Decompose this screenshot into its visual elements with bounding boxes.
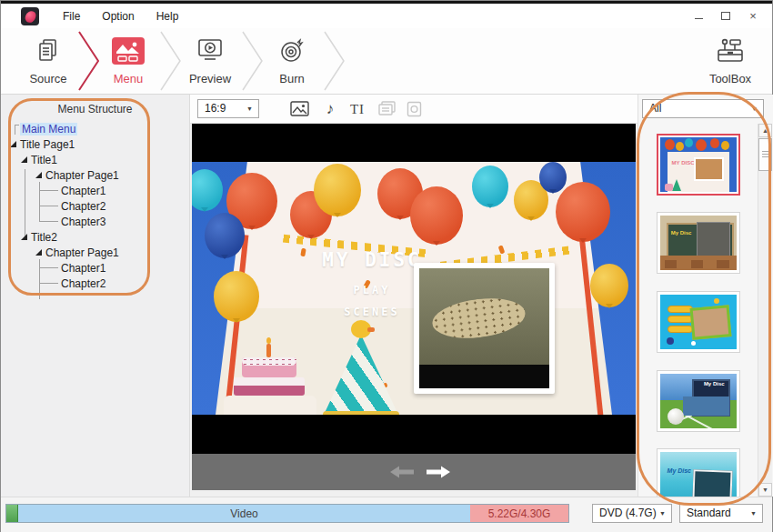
preview-nav-bar bbox=[192, 454, 636, 490]
balloon bbox=[590, 264, 628, 307]
balloon bbox=[472, 166, 508, 207]
source-icon bbox=[14, 35, 83, 66]
disc-capacity-bar: Video 5.22G/4.30G bbox=[5, 504, 569, 523]
balloon bbox=[556, 182, 610, 242]
step-source[interactable]: Source bbox=[14, 35, 83, 85]
tree-item-chapter2-b[interactable]: Chapter2 bbox=[1, 276, 189, 292]
template-kids[interactable] bbox=[657, 291, 740, 353]
template-thumbnail: My Disc bbox=[660, 452, 737, 497]
video-thumbnail bbox=[419, 268, 549, 388]
toolbox-icon bbox=[692, 35, 768, 66]
fish-image bbox=[430, 294, 527, 343]
balloon bbox=[192, 169, 223, 211]
template-birthday[interactable]: MY DISC bbox=[657, 134, 740, 196]
menu-option[interactable]: Option bbox=[91, 6, 145, 26]
tree-item-chapter2[interactable]: Chapter2 bbox=[1, 199, 189, 215]
step-burn[interactable]: Burn bbox=[257, 35, 326, 85]
menu-structure-title: Menu Structure bbox=[1, 95, 189, 115]
menu-step-icon bbox=[94, 35, 163, 66]
chevron-down-icon: ▼ bbox=[246, 99, 253, 116]
template-filter-dropdown[interactable]: All ▼ bbox=[642, 99, 764, 118]
template-baseball[interactable]: My Disc bbox=[657, 370, 740, 432]
expand-triangle-icon[interactable] bbox=[35, 249, 42, 256]
text-tool-icon[interactable]: TI bbox=[346, 100, 368, 118]
background-image-tool-icon[interactable] bbox=[288, 100, 310, 118]
next-page-arrow-icon[interactable] bbox=[427, 466, 450, 478]
video-letterbox bbox=[419, 365, 549, 388]
tree-item-chapter-page1[interactable]: Chapter Page1 bbox=[1, 168, 189, 184]
chevron-down-icon: ▼ bbox=[659, 504, 666, 521]
tree-item-title-page1[interactable]: Title Page1 bbox=[1, 137, 189, 153]
template-beach[interactable]: My Disc bbox=[657, 448, 740, 497]
balloon bbox=[539, 162, 567, 193]
background-music-tool-icon[interactable]: ♪ bbox=[319, 100, 341, 118]
chevron-down-icon: ▼ bbox=[750, 504, 757, 521]
templates-panel: All ▼ MY DISC My Disc bbox=[637, 95, 773, 497]
tree-item-chapter3[interactable]: Chapter3 bbox=[1, 215, 189, 230]
tree-item-chapter-page1-b[interactable]: Chapter Page1 bbox=[1, 246, 189, 261]
template-classroom[interactable]: My Disc bbox=[657, 212, 740, 274]
minimize-button[interactable] bbox=[692, 10, 705, 23]
step-preview[interactable]: Preview bbox=[176, 35, 245, 85]
template-thumbnail bbox=[660, 295, 737, 349]
template-thumbnail: MY DISC bbox=[660, 137, 737, 192]
thumbnail-tool-icon bbox=[403, 100, 425, 118]
video-thumbnail-frame[interactable] bbox=[414, 263, 555, 394]
menu-preview: MY DISC PLAY SCENES bbox=[192, 124, 636, 490]
window-controls: × bbox=[692, 10, 759, 23]
close-button[interactable]: × bbox=[747, 10, 759, 23]
quality-dropdown[interactable]: Standard ▼ bbox=[679, 504, 763, 523]
design-toolbar: 16:9 ▼ ♪ TI bbox=[190, 95, 637, 124]
app-window: File Option Help × Source bbox=[0, 0, 773, 532]
tree-item-main-menu[interactable]: Main Menu bbox=[1, 122, 189, 137]
balloon bbox=[205, 213, 245, 258]
expand-triangle-icon[interactable] bbox=[21, 234, 27, 240]
app-logo-icon bbox=[21, 7, 39, 25]
tree-item-chapter1[interactable]: Chapter1 bbox=[1, 184, 189, 199]
capacity-overflow-segment: 5.22G/4.30G bbox=[470, 505, 568, 522]
tree-item-title2[interactable]: Title2 bbox=[1, 230, 189, 246]
tree-item-title1[interactable]: Title1 bbox=[1, 153, 189, 168]
disc-type-dropdown[interactable]: DVD (4.7G) ▼ bbox=[592, 504, 672, 523]
step-menu[interactable]: Menu bbox=[94, 35, 163, 85]
balloon bbox=[314, 164, 361, 216]
menu-help[interactable]: Help bbox=[146, 6, 190, 26]
preview-icon bbox=[176, 35, 245, 66]
scroll-up-button[interactable]: ▲ bbox=[758, 124, 772, 137]
chevron-separator bbox=[323, 31, 346, 91]
burn-icon bbox=[257, 35, 326, 66]
maximize-button[interactable] bbox=[719, 10, 732, 23]
capacity-video-segment: Video bbox=[18, 505, 470, 522]
menu-file[interactable]: File bbox=[52, 6, 91, 26]
birthday-cake-graphic bbox=[224, 346, 319, 415]
templates-scrollbar[interactable]: ▲ ▼ bbox=[758, 124, 772, 497]
balloon bbox=[214, 271, 259, 322]
toolbox-button[interactable]: ToolBox bbox=[692, 35, 768, 85]
template-thumbnail: My Disc bbox=[660, 216, 737, 270]
scrollbar-thumb[interactable] bbox=[758, 138, 772, 171]
preview-scene: MY DISC PLAY SCENES bbox=[192, 162, 636, 415]
expand-triangle-icon[interactable] bbox=[21, 156, 27, 163]
capacity-used-segment bbox=[6, 505, 18, 522]
aspect-ratio-dropdown[interactable]: 16:9 ▼ bbox=[197, 99, 259, 118]
editor-area: 16:9 ▼ ♪ TI bbox=[190, 95, 637, 497]
scroll-down-button[interactable]: ▼ bbox=[758, 483, 772, 497]
menu-structure-panel: Menu Structure Main Menu Title Page1 Tit… bbox=[1, 95, 190, 497]
template-thumbnail: My Disc bbox=[660, 374, 737, 428]
chevron-down-icon: ▼ bbox=[751, 99, 758, 116]
party-hat-graphic bbox=[321, 322, 401, 415]
steps-toolbar: Source Menu bbox=[1, 28, 772, 95]
expand-triangle-icon[interactable] bbox=[35, 172, 42, 178]
status-bar: Video 5.22G/4.30G DVD (4.7G) ▼ Standard … bbox=[1, 497, 772, 532]
menu-bar: File Option Help bbox=[52, 6, 189, 26]
expand-triangle-icon[interactable] bbox=[10, 141, 16, 147]
tree-item-chapter1-b[interactable]: Chapter1 bbox=[1, 261, 189, 276]
previous-page-arrow-icon bbox=[390, 466, 414, 478]
balloon bbox=[410, 186, 463, 245]
title-bar: File Option Help × bbox=[1, 4, 772, 28]
menu-structure-tree: Main Menu Title Page1 Title1 Chapter Pag… bbox=[1, 122, 189, 292]
frame-tool-icon bbox=[376, 100, 397, 118]
